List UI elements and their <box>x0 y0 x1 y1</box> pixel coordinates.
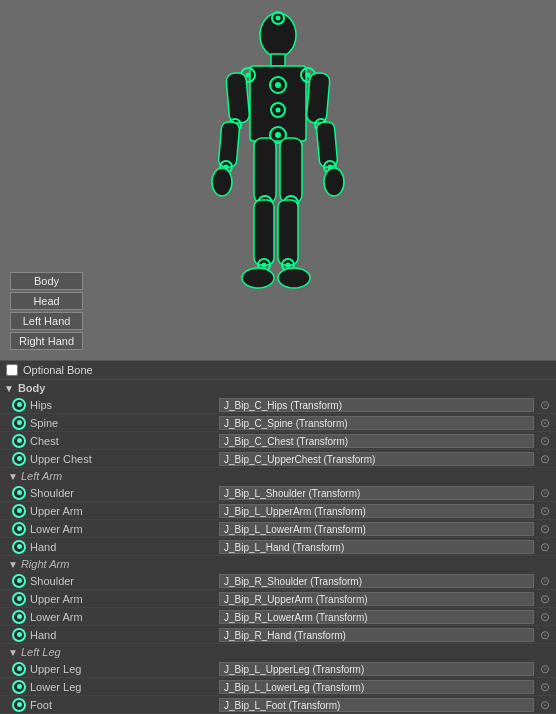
bone-icon-upper-chest <box>12 452 26 466</box>
svg-point-42 <box>276 108 281 113</box>
bottom-panel: Optional Bone ▼ Body Hips J_Bip_C_Hips (… <box>0 360 556 714</box>
settings-icon-r-hand[interactable]: ⊙ <box>538 628 552 642</box>
table-row: Foot J_Bip_L_Foot (Transform) ⊙ <box>0 696 556 714</box>
transform-field-r-hand: J_Bip_R_Hand (Transform) <box>219 628 534 642</box>
bone-right-chest: J_Bip_C_Chest (Transform) ⊙ <box>215 434 556 448</box>
bone-label-l-hand: Hand <box>30 541 56 553</box>
bone-left-r-shoulder: Shoulder <box>0 574 215 588</box>
table-row: Lower Leg J_Bip_L_LowerLeg (Transform) ⊙ <box>0 678 556 696</box>
arrow-right-arm: ▼ <box>8 559 18 570</box>
bone-right-r-hand: J_Bip_R_Hand (Transform) ⊙ <box>215 628 556 642</box>
bone-label-l-lower-arm: Lower Arm <box>30 523 83 535</box>
table-row: Upper Leg J_Bip_L_UpperLeg (Transform) ⊙ <box>0 660 556 678</box>
svg-point-26 <box>324 168 344 196</box>
settings-icon-spine[interactable]: ⊙ <box>538 416 552 430</box>
table-row: Upper Arm J_Bip_L_UpperArm (Transform) ⊙ <box>0 502 556 520</box>
bone-right-l-upper-arm: J_Bip_L_UpperArm (Transform) ⊙ <box>215 504 556 518</box>
bone-label-chest: Chest <box>30 435 59 447</box>
table-row: Hand J_Bip_R_Hand (Transform) ⊙ <box>0 626 556 644</box>
transform-field-l-upper-leg: J_Bip_L_UpperLeg (Transform) <box>219 662 534 676</box>
section-body[interactable]: ▼ Body <box>0 380 556 396</box>
settings-icon-l-foot[interactable]: ⊙ <box>538 698 552 712</box>
table-row: Upper Chest J_Bip_C_UpperChest (Transfor… <box>0 450 556 468</box>
table-row: Upper Arm J_Bip_R_UpperArm (Transform) ⊙ <box>0 590 556 608</box>
transform-field-l-foot: J_Bip_L_Foot (Transform) <box>219 698 534 712</box>
svg-point-19 <box>212 168 232 196</box>
settings-icon-hips[interactable]: ⊙ <box>538 398 552 412</box>
bone-icon-r-lower-arm <box>12 610 26 624</box>
settings-icon-l-lower-leg[interactable]: ⊙ <box>538 680 552 694</box>
bone-label-l-shoulder: Shoulder <box>30 487 74 499</box>
bone-left-r-hand: Hand <box>0 628 215 642</box>
bone-label-spine: Spine <box>30 417 58 429</box>
bone-right-upper-chest: J_Bip_C_UpperChest (Transform) ⊙ <box>215 452 556 466</box>
quick-buttons: Body Head Left Hand Right Hand <box>10 272 83 350</box>
settings-icon-chest[interactable]: ⊙ <box>538 434 552 448</box>
bone-label-l-upper-leg: Upper Leg <box>30 663 81 675</box>
table-row: Hand J_Bip_L_Hand (Transform) ⊙ <box>0 538 556 556</box>
table-row: Hips J_Bip_C_Hips (Transform) ⊙ <box>0 396 556 414</box>
bone-right-l-foot: J_Bip_L_Foot (Transform) ⊙ <box>215 698 556 712</box>
settings-icon-l-upper-leg[interactable]: ⊙ <box>538 662 552 676</box>
bone-left-r-lower-arm: Lower Arm <box>0 610 215 624</box>
table-row: Lower Arm J_Bip_L_LowerArm (Transform) ⊙ <box>0 520 556 538</box>
settings-icon-r-shoulder[interactable]: ⊙ <box>538 574 552 588</box>
bone-left-l-upper-arm: Upper Arm <box>0 504 215 518</box>
transform-field-upper-chest: J_Bip_C_UpperChest (Transform) <box>219 452 534 466</box>
bone-left-l-lower-arm: Lower Arm <box>0 522 215 536</box>
transform-field-l-hand: J_Bip_L_Hand (Transform) <box>219 540 534 554</box>
svg-rect-20 <box>306 72 330 124</box>
table-row: Lower Arm J_Bip_R_LowerArm (Transform) ⊙ <box>0 608 556 626</box>
bone-right-l-upper-leg: J_Bip_L_UpperLeg (Transform) ⊙ <box>215 662 556 676</box>
transform-field-l-upper-arm: J_Bip_L_UpperArm (Transform) <box>219 504 534 518</box>
settings-icon-upper-chest[interactable]: ⊙ <box>538 452 552 466</box>
bone-label-r-upper-arm: Upper Arm <box>30 593 83 605</box>
bone-right-l-lower-leg: J_Bip_L_LowerLeg (Transform) ⊙ <box>215 680 556 694</box>
bone-left-hips: Hips <box>0 398 215 412</box>
svg-point-32 <box>262 263 267 268</box>
bone-left-l-hand: Hand <box>0 540 215 554</box>
right-hand-button[interactable]: Right Hand <box>10 332 83 350</box>
svg-point-10 <box>246 73 251 78</box>
bone-left-l-shoulder: Shoulder <box>0 486 215 500</box>
svg-point-33 <box>242 268 274 288</box>
head-button[interactable]: Head <box>10 292 83 310</box>
bone-icon-hips <box>12 398 26 412</box>
bone-right-spine: J_Bip_C_Spine (Transform) ⊙ <box>215 416 556 430</box>
optional-bone-label: Optional Bone <box>23 364 93 376</box>
bone-icon-l-hand <box>12 540 26 554</box>
svg-rect-27 <box>254 138 276 203</box>
left-hand-button[interactable]: Left Hand <box>10 312 83 330</box>
section-left-leg[interactable]: ▼ Left Leg <box>0 644 556 660</box>
body-button[interactable]: Body <box>10 272 83 290</box>
bone-icon-l-lower-arm <box>12 522 26 536</box>
bone-icon-r-shoulder <box>12 574 26 588</box>
arrow-body: ▼ <box>4 383 14 394</box>
bone-label-l-upper-arm: Upper Arm <box>30 505 83 517</box>
bone-label-r-hand: Hand <box>30 629 56 641</box>
svg-point-40 <box>278 268 310 288</box>
section-left-arm[interactable]: ▼ Left Arm <box>0 468 556 484</box>
bone-right-r-shoulder: J_Bip_R_Shoulder (Transform) ⊙ <box>215 574 556 588</box>
optional-bone-checkbox[interactable] <box>6 364 18 376</box>
transform-field-l-shoulder: J_Bip_L_Shoulder (Transform) <box>219 486 534 500</box>
bone-right-hips: J_Bip_C_Hips (Transform) ⊙ <box>215 398 556 412</box>
settings-icon-l-upper-arm[interactable]: ⊙ <box>538 504 552 518</box>
transform-field-r-lower-arm: J_Bip_R_LowerArm (Transform) <box>219 610 534 624</box>
settings-icon-r-upper-arm[interactable]: ⊙ <box>538 592 552 606</box>
settings-icon-l-shoulder[interactable]: ⊙ <box>538 486 552 500</box>
bone-left-l-lower-leg: Lower Leg <box>0 680 215 694</box>
settings-icon-l-hand[interactable]: ⊙ <box>538 540 552 554</box>
bone-left-chest: Chest <box>0 434 215 448</box>
settings-icon-l-lower-arm[interactable]: ⊙ <box>538 522 552 536</box>
bone-label-l-lower-leg: Lower Leg <box>30 681 81 693</box>
section-right-arm[interactable]: ▼ Right Arm <box>0 556 556 572</box>
bone-icon-chest <box>12 434 26 448</box>
table-row: Shoulder J_Bip_R_Shoulder (Transform) ⊙ <box>0 572 556 590</box>
bone-icon-l-upper-arm <box>12 504 26 518</box>
settings-icon-r-lower-arm[interactable]: ⊙ <box>538 610 552 624</box>
bone-icon-r-upper-arm <box>12 592 26 606</box>
bone-right-l-hand: J_Bip_L_Hand (Transform) ⊙ <box>215 540 556 554</box>
section-body-label: Body <box>18 382 46 394</box>
bone-left-l-foot: Foot <box>0 698 215 712</box>
